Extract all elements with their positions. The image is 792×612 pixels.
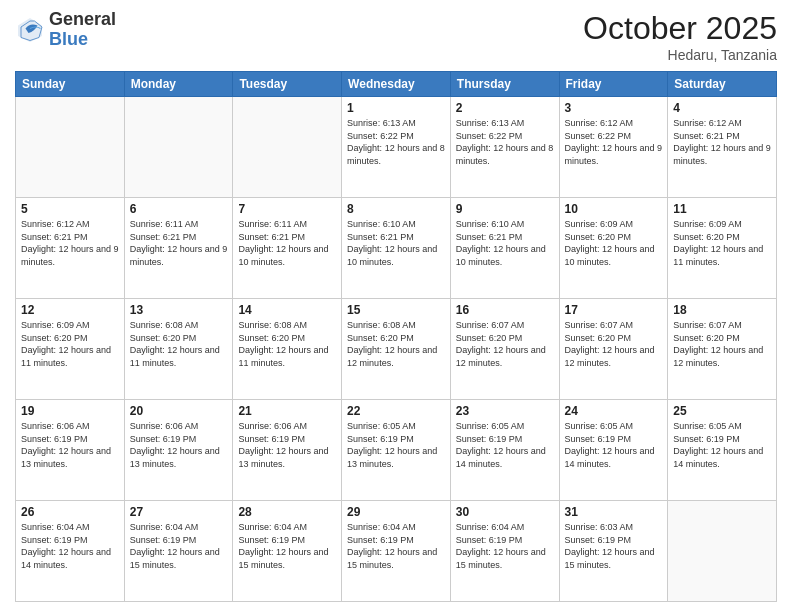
logo-general: General bbox=[49, 9, 116, 29]
day-number: 6 bbox=[130, 202, 228, 216]
day-number: 7 bbox=[238, 202, 336, 216]
weekday-header-tuesday: Tuesday bbox=[233, 72, 342, 97]
day-number: 10 bbox=[565, 202, 663, 216]
day-number: 14 bbox=[238, 303, 336, 317]
day-info: Sunrise: 6:04 AMSunset: 6:19 PMDaylight:… bbox=[347, 521, 445, 571]
day-cell: 22 Sunrise: 6:05 AMSunset: 6:19 PMDaylig… bbox=[342, 400, 451, 501]
day-info: Sunrise: 6:07 AMSunset: 6:20 PMDaylight:… bbox=[565, 319, 663, 369]
day-info: Sunrise: 6:12 AMSunset: 6:21 PMDaylight:… bbox=[673, 117, 771, 167]
day-number: 25 bbox=[673, 404, 771, 418]
day-number: 19 bbox=[21, 404, 119, 418]
day-number: 3 bbox=[565, 101, 663, 115]
day-info: Sunrise: 6:03 AMSunset: 6:19 PMDaylight:… bbox=[565, 521, 663, 571]
day-cell: 23 Sunrise: 6:05 AMSunset: 6:19 PMDaylig… bbox=[450, 400, 559, 501]
day-number: 12 bbox=[21, 303, 119, 317]
day-cell: 29 Sunrise: 6:04 AMSunset: 6:19 PMDaylig… bbox=[342, 501, 451, 602]
day-cell: 12 Sunrise: 6:09 AMSunset: 6:20 PMDaylig… bbox=[16, 299, 125, 400]
day-info: Sunrise: 6:04 AMSunset: 6:19 PMDaylight:… bbox=[456, 521, 554, 571]
weekday-header-monday: Monday bbox=[124, 72, 233, 97]
weekday-header-row: SundayMondayTuesdayWednesdayThursdayFrid… bbox=[16, 72, 777, 97]
day-cell: 11 Sunrise: 6:09 AMSunset: 6:20 PMDaylig… bbox=[668, 198, 777, 299]
day-number: 22 bbox=[347, 404, 445, 418]
day-cell: 30 Sunrise: 6:04 AMSunset: 6:19 PMDaylig… bbox=[450, 501, 559, 602]
logo-icon bbox=[15, 15, 45, 45]
week-row-1: 1 Sunrise: 6:13 AMSunset: 6:22 PMDayligh… bbox=[16, 97, 777, 198]
week-row-3: 12 Sunrise: 6:09 AMSunset: 6:20 PMDaylig… bbox=[16, 299, 777, 400]
day-info: Sunrise: 6:12 AMSunset: 6:21 PMDaylight:… bbox=[21, 218, 119, 268]
day-number: 8 bbox=[347, 202, 445, 216]
day-number: 31 bbox=[565, 505, 663, 519]
day-number: 28 bbox=[238, 505, 336, 519]
page: General Blue October 2025 Hedaru, Tanzan… bbox=[0, 0, 792, 612]
weekday-header-saturday: Saturday bbox=[668, 72, 777, 97]
day-cell: 21 Sunrise: 6:06 AMSunset: 6:19 PMDaylig… bbox=[233, 400, 342, 501]
day-cell bbox=[16, 97, 125, 198]
day-info: Sunrise: 6:09 AMSunset: 6:20 PMDaylight:… bbox=[565, 218, 663, 268]
day-number: 24 bbox=[565, 404, 663, 418]
day-info: Sunrise: 6:10 AMSunset: 6:21 PMDaylight:… bbox=[456, 218, 554, 268]
day-number: 26 bbox=[21, 505, 119, 519]
header: General Blue October 2025 Hedaru, Tanzan… bbox=[15, 10, 777, 63]
day-cell: 20 Sunrise: 6:06 AMSunset: 6:19 PMDaylig… bbox=[124, 400, 233, 501]
day-info: Sunrise: 6:11 AMSunset: 6:21 PMDaylight:… bbox=[130, 218, 228, 268]
day-number: 11 bbox=[673, 202, 771, 216]
day-info: Sunrise: 6:05 AMSunset: 6:19 PMDaylight:… bbox=[565, 420, 663, 470]
week-row-4: 19 Sunrise: 6:06 AMSunset: 6:19 PMDaylig… bbox=[16, 400, 777, 501]
day-info: Sunrise: 6:04 AMSunset: 6:19 PMDaylight:… bbox=[130, 521, 228, 571]
day-info: Sunrise: 6:12 AMSunset: 6:22 PMDaylight:… bbox=[565, 117, 663, 167]
day-number: 13 bbox=[130, 303, 228, 317]
month-title: October 2025 bbox=[583, 10, 777, 47]
logo-text: General Blue bbox=[49, 10, 116, 50]
day-info: Sunrise: 6:05 AMSunset: 6:19 PMDaylight:… bbox=[347, 420, 445, 470]
day-number: 2 bbox=[456, 101, 554, 115]
logo-blue: Blue bbox=[49, 29, 88, 49]
day-cell: 18 Sunrise: 6:07 AMSunset: 6:20 PMDaylig… bbox=[668, 299, 777, 400]
day-number: 5 bbox=[21, 202, 119, 216]
day-cell: 4 Sunrise: 6:12 AMSunset: 6:21 PMDayligh… bbox=[668, 97, 777, 198]
day-cell: 19 Sunrise: 6:06 AMSunset: 6:19 PMDaylig… bbox=[16, 400, 125, 501]
location: Hedaru, Tanzania bbox=[583, 47, 777, 63]
day-number: 23 bbox=[456, 404, 554, 418]
day-info: Sunrise: 6:11 AMSunset: 6:21 PMDaylight:… bbox=[238, 218, 336, 268]
day-info: Sunrise: 6:05 AMSunset: 6:19 PMDaylight:… bbox=[456, 420, 554, 470]
day-info: Sunrise: 6:08 AMSunset: 6:20 PMDaylight:… bbox=[130, 319, 228, 369]
day-info: Sunrise: 6:09 AMSunset: 6:20 PMDaylight:… bbox=[673, 218, 771, 268]
day-cell bbox=[668, 501, 777, 602]
day-cell: 5 Sunrise: 6:12 AMSunset: 6:21 PMDayligh… bbox=[16, 198, 125, 299]
week-row-2: 5 Sunrise: 6:12 AMSunset: 6:21 PMDayligh… bbox=[16, 198, 777, 299]
day-cell: 9 Sunrise: 6:10 AMSunset: 6:21 PMDayligh… bbox=[450, 198, 559, 299]
day-info: Sunrise: 6:09 AMSunset: 6:20 PMDaylight:… bbox=[21, 319, 119, 369]
day-cell: 7 Sunrise: 6:11 AMSunset: 6:21 PMDayligh… bbox=[233, 198, 342, 299]
day-number: 1 bbox=[347, 101, 445, 115]
day-number: 30 bbox=[456, 505, 554, 519]
day-info: Sunrise: 6:04 AMSunset: 6:19 PMDaylight:… bbox=[238, 521, 336, 571]
day-cell: 24 Sunrise: 6:05 AMSunset: 6:19 PMDaylig… bbox=[559, 400, 668, 501]
day-number: 4 bbox=[673, 101, 771, 115]
day-info: Sunrise: 6:13 AMSunset: 6:22 PMDaylight:… bbox=[347, 117, 445, 167]
day-cell: 15 Sunrise: 6:08 AMSunset: 6:20 PMDaylig… bbox=[342, 299, 451, 400]
day-info: Sunrise: 6:06 AMSunset: 6:19 PMDaylight:… bbox=[238, 420, 336, 470]
day-number: 27 bbox=[130, 505, 228, 519]
day-number: 21 bbox=[238, 404, 336, 418]
day-number: 15 bbox=[347, 303, 445, 317]
day-info: Sunrise: 6:13 AMSunset: 6:22 PMDaylight:… bbox=[456, 117, 554, 167]
day-info: Sunrise: 6:05 AMSunset: 6:19 PMDaylight:… bbox=[673, 420, 771, 470]
day-info: Sunrise: 6:08 AMSunset: 6:20 PMDaylight:… bbox=[238, 319, 336, 369]
day-info: Sunrise: 6:08 AMSunset: 6:20 PMDaylight:… bbox=[347, 319, 445, 369]
day-cell bbox=[233, 97, 342, 198]
day-cell: 8 Sunrise: 6:10 AMSunset: 6:21 PMDayligh… bbox=[342, 198, 451, 299]
day-cell: 31 Sunrise: 6:03 AMSunset: 6:19 PMDaylig… bbox=[559, 501, 668, 602]
day-cell: 10 Sunrise: 6:09 AMSunset: 6:20 PMDaylig… bbox=[559, 198, 668, 299]
weekday-header-wednesday: Wednesday bbox=[342, 72, 451, 97]
day-number: 17 bbox=[565, 303, 663, 317]
day-info: Sunrise: 6:10 AMSunset: 6:21 PMDaylight:… bbox=[347, 218, 445, 268]
day-cell: 27 Sunrise: 6:04 AMSunset: 6:19 PMDaylig… bbox=[124, 501, 233, 602]
title-block: October 2025 Hedaru, Tanzania bbox=[583, 10, 777, 63]
day-cell: 13 Sunrise: 6:08 AMSunset: 6:20 PMDaylig… bbox=[124, 299, 233, 400]
day-info: Sunrise: 6:04 AMSunset: 6:19 PMDaylight:… bbox=[21, 521, 119, 571]
day-cell bbox=[124, 97, 233, 198]
day-number: 9 bbox=[456, 202, 554, 216]
day-cell: 16 Sunrise: 6:07 AMSunset: 6:20 PMDaylig… bbox=[450, 299, 559, 400]
day-number: 20 bbox=[130, 404, 228, 418]
day-info: Sunrise: 6:06 AMSunset: 6:19 PMDaylight:… bbox=[130, 420, 228, 470]
